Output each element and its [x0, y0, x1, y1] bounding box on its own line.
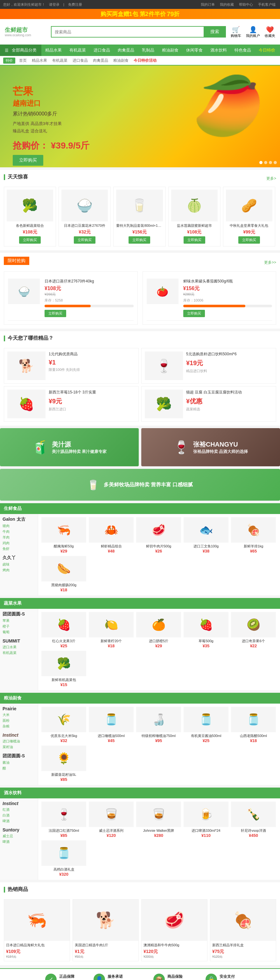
nav-item-7[interactable]: 酒水饮料: [207, 45, 231, 56]
nav-item-6[interactable]: 休闲零食: [182, 45, 207, 56]
nav-item-8[interactable]: 特色食品: [231, 45, 255, 56]
flash-item-0[interactable]: 🍚 日本进口蒸仔米27670件40kg ¥108元 ¥266元 库存：5258 …: [4, 271, 138, 325]
search-input[interactable]: [51, 26, 204, 38]
hero-dot-2[interactable]: [264, 161, 267, 164]
drinks-link-1[interactable]: 白酒: [3, 813, 35, 818]
grain-link-3[interactable]: 进口橄榄油: [3, 739, 35, 744]
search-button[interactable]: 搜索: [204, 26, 226, 38]
daily-product-4[interactable]: 🥜 中秋礼盒坚果零食大礼包 ¥99元 立即购买: [223, 187, 275, 247]
fresh-link-2[interactable]: 羊肉: [3, 535, 35, 540]
grain-link-0[interactable]: 大米: [3, 713, 35, 717]
my-collect-link[interactable]: 我的收藏: [220, 2, 234, 7]
subnav-2[interactable]: 有机蔬菜: [49, 58, 70, 63]
subnav-6[interactable]: 今日特价活动: [131, 58, 159, 63]
grain-link-2[interactable]: 杂粮: [3, 724, 35, 729]
daily-buy-btn-3[interactable]: 立即购买: [184, 236, 205, 243]
veg-link-3[interactable]: 进口水果: [3, 645, 35, 649]
drinks-product-1[interactable]: 🥃 威士忌洋酒系列 ¥120: [89, 802, 134, 838]
trust-item-0[interactable]: ✓ 正品保障 正品保证: [45, 974, 75, 980]
veg-product-1[interactable]: 🍋 新鲜青柠20个 ¥18: [89, 612, 134, 648]
grain-link-5[interactable]: 酱油: [3, 760, 35, 765]
fresh-product-1[interactable]: 🦀 鲜虾精品组合 ¥48: [89, 517, 134, 554]
nav-item-1[interactable]: 有机蔬菜: [65, 45, 90, 56]
hero-buy-btn[interactable]: 立即购买: [13, 155, 43, 166]
site-logo[interactable]: 生鲜超市 www.ocailong.com: [5, 27, 46, 37]
drinks-product-3[interactable]: 🍺 进口啤酒330ml*24 ¥110: [184, 802, 229, 838]
daily-product-0[interactable]: 🥦 各色新鲜蔬菜组合 ¥108元 立即购买: [4, 187, 56, 247]
grain-link-4[interactable]: 菜籽油: [3, 745, 35, 749]
veg-link-4[interactable]: 有机蔬菜: [3, 651, 35, 655]
grain-link-1[interactable]: 面粉: [3, 718, 35, 723]
all-category-btn[interactable]: ☰ 全部商品分类: [0, 45, 41, 56]
daily-buy-btn-4[interactable]: 立即购买: [238, 236, 260, 243]
hot-item-2[interactable]: 🥩 澳洲精选和牛牛肉500g ¥120元 ¥200元: [141, 899, 207, 961]
cart-button[interactable]: 🛒 购物车: [231, 26, 241, 38]
hot-item-1[interactable]: 🐕 美国进口精选牛肉1斤 ¥1元 ¥50元: [73, 899, 139, 961]
favorites-button[interactable]: ❤️ 收藏夹: [265, 26, 275, 38]
veg-product-4[interactable]: 🥝 进口奇异果6个 ¥22: [231, 612, 276, 648]
drinks-product-5[interactable]: 🫙 高档白酒礼盒 ¥320: [41, 840, 86, 877]
grain-product-5[interactable]: 🌻 新疆葵花籽油5L ¥85: [41, 746, 86, 782]
flash-more-link[interactable]: 更多>>: [264, 260, 276, 265]
fresh-product-0[interactable]: 🦐 醋腌海鲜50g ¥29: [41, 517, 86, 554]
trust-item-1[interactable]: 👤 服务承诺 七天无理由退换: [94, 974, 134, 980]
drinks-link-3[interactable]: 威士忌: [3, 834, 35, 838]
nav-item-2[interactable]: 进口食品: [90, 45, 114, 56]
veg-product-2[interactable]: 🍊 进口脐橙5斤 ¥29: [136, 612, 181, 648]
veg-product-5[interactable]: 🥦 新鲜有机蔬菜包 ¥15: [41, 651, 86, 687]
fresh-link-0[interactable]: 猪肉: [3, 523, 35, 528]
fresh-link-1[interactable]: 牛肉: [3, 529, 35, 534]
download-app-link[interactable]: 手机客户端: [258, 2, 275, 7]
flash-buy-btn-1[interactable]: 立即购买: [183, 310, 205, 317]
drinks-link-2[interactable]: 啤酒: [3, 819, 35, 824]
nav-item-0[interactable]: 精品水果: [41, 45, 65, 56]
daily-product-2[interactable]: 🥛 量特大乳制品套装800ml+12盒 ¥156元 立即购买: [113, 187, 165, 247]
hero-banner[interactable]: 芒果 越南进口 累计热销60000多斤 产地直供 高品质3年才挂果 臻品礼盒 适…: [0, 65, 280, 167]
daily-more-link[interactable]: 更多>: [266, 176, 276, 181]
subnav-5[interactable]: 粮油副食: [111, 58, 131, 63]
fresh-product-4[interactable]: 🍖 新鲜羊排1kg ¥65: [231, 517, 276, 554]
hero-dot-4[interactable]: [274, 161, 277, 164]
fresh-product-3[interactable]: 🐟 进口三文鱼100g ¥38: [184, 517, 229, 554]
veg-product-3[interactable]: 🍓 草莓500g ¥35: [184, 612, 229, 648]
daily-buy-btn-1[interactable]: 立即购买: [74, 236, 95, 243]
subnav-3[interactable]: 进口食品: [70, 58, 91, 63]
ad-banner-juice[interactable]: 🧃 美汁源 美汁源品牌特卖 果汁健康专家: [0, 428, 139, 466]
help-link[interactable]: 帮助中心: [239, 2, 253, 7]
veg-link-2[interactable]: 葡萄: [3, 630, 35, 635]
nav-item-5[interactable]: 粮油副食: [158, 45, 182, 56]
hot-item-3[interactable]: 🍖 新西兰精品羊排礼盒 ¥75元 ¥120元: [210, 899, 276, 961]
fresh-product-5[interactable]: 🌭 黑猪肉腊肠200g ¥18: [41, 556, 86, 592]
account-button[interactable]: 👤 我的账户: [246, 26, 260, 38]
nav-item-4[interactable]: 乳制品: [138, 45, 158, 56]
veg-link-0[interactable]: 苹果: [3, 618, 35, 623]
fresh-link-6[interactable]: 烤肉: [3, 568, 35, 573]
daily-product-3[interactable]: 🍈 盐水莲藕甜蜜新鲜超市 ¥108元 立即购买: [168, 187, 221, 247]
register-link[interactable]: 免费注册: [68, 2, 82, 7]
drinks-link-4[interactable]: 啤酒: [3, 839, 35, 844]
flash-item-1[interactable]: 🍅 鲜味水果罐头番茄酱500g/6瓶 ¥156元 ¥280元 库存：10006 …: [143, 271, 277, 325]
hero-dot-1[interactable]: [259, 161, 262, 164]
grain-product-1[interactable]: 🫙 进口橄榄油500ml ¥45: [89, 707, 134, 743]
grain-product-3[interactable]: 🫙 有机黄豆酱油500ml ¥25: [184, 707, 229, 743]
today-item-2[interactable]: 🍓 新西兰草莓15-18个 3斤实重 ¥9元 新西兰进口: [4, 386, 139, 422]
daily-buy-btn-2[interactable]: 立即购买: [129, 236, 150, 243]
daily-product-1[interactable]: 🍚 日本进口豆腐花米27670件 ¥32元 立即购买: [59, 187, 111, 247]
today-item-3[interactable]: 🥦 猫超 豆腐 白玉豆腐豆腐饮料活动 ¥优惠 蔬菜精选: [141, 386, 276, 422]
ad-banner-wine[interactable]: 🍷 张裕CHANGYU 张裕品牌特卖 品酒大师的选择: [141, 428, 280, 466]
hot-item-0[interactable]: 🦐 日本进口精品海鲜大礼包 ¥109元 ¥184元: [4, 899, 70, 961]
fresh-product-2[interactable]: 🥩 鲜切牛肉片500g ¥26: [136, 517, 181, 554]
ad-full-1[interactable]: 🥛 多美鲜牧场品牌特卖 营养丰富 口感细腻: [0, 469, 280, 501]
login-link[interactable]: 请登录: [49, 2, 59, 7]
drinks-link-0[interactable]: 红酒: [3, 807, 35, 812]
veg-product-0[interactable]: 🍓 红心火龙果3斤 ¥25: [41, 612, 86, 648]
nav-item-9[interactable]: 今日特价: [255, 45, 279, 56]
fresh-link-3[interactable]: 鸡肉: [3, 541, 35, 546]
grain-product-2[interactable]: 🍶 特级初榨橄榄油750ml ¥95: [136, 707, 181, 743]
today-item-0[interactable]: 🐕 1元代购优质商品 ¥1 限量100件 先到先得: [4, 348, 139, 383]
veg-link-1[interactable]: 橙子: [3, 624, 35, 629]
drinks-product-0[interactable]: 🍷 法国进口红酒750ml ¥85: [41, 802, 86, 838]
drinks-product-2[interactable]: 🥃 Johnnie Walker黑牌 ¥280: [136, 802, 181, 838]
trust-item-2[interactable]: 📦 商品保险 消费者权益: [153, 974, 186, 980]
grain-product-4[interactable]: 🫙 山西老陈醋500ml ¥18: [231, 707, 276, 743]
